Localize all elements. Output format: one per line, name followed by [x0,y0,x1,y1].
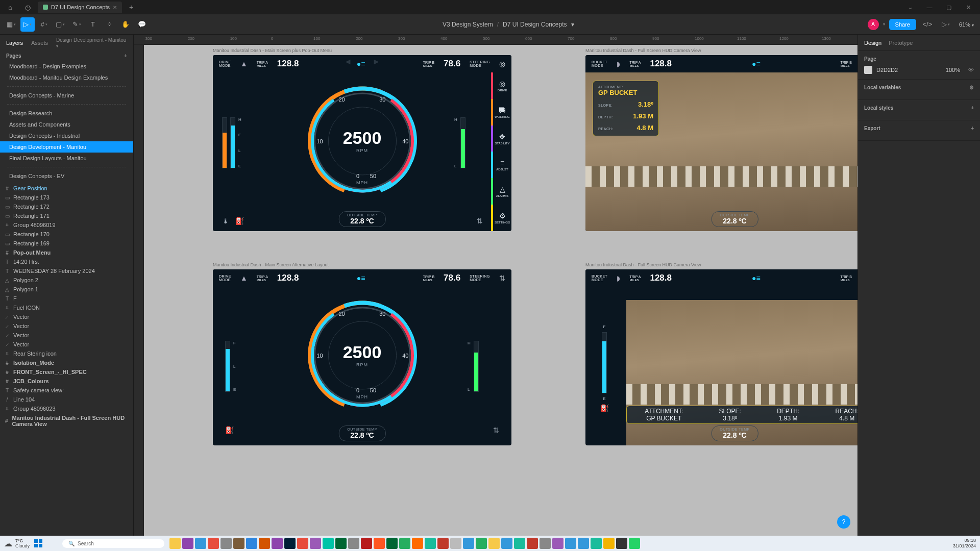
layer-item[interactable]: ▭Rectangle 170 [0,230,133,239]
home-icon[interactable]: ⌂ [3,0,17,14]
frame-hud-camera-1[interactable]: Manitou Industrial Dash - Full Screen HU… [585,55,857,231]
layer-item[interactable]: △Polygon 1 [0,285,133,294]
taskbar-app-icon[interactable] [514,538,525,549]
taskbar-app-icon[interactable] [246,538,257,549]
chevron-down-icon[interactable]: ⌄ [901,1,919,13]
frame-tool[interactable]: #▾ [37,17,51,32]
taskbar-app-icon[interactable] [629,538,640,549]
layer-item[interactable]: ⌗Rear Stering icon [0,349,133,358]
taskbar-app-icon[interactable] [335,538,347,549]
taskbar-app-icon[interactable] [297,538,308,549]
layer-item[interactable]: ▭Rectangle 173 [0,193,133,202]
tab-layers[interactable]: Layers [6,40,23,46]
user-avatar[interactable]: A [868,19,879,30]
layer-item[interactable]: #FRONT_Screen_-_HI_SPEC [0,367,133,377]
taskbar-app-icon[interactable] [565,538,576,549]
canvas-viewport[interactable]: Manitou Industrial Dash - Main Screen pl… [144,45,857,536]
taskbar-app-icon[interactable] [195,538,206,549]
layer-item[interactable]: ⟋Vector [0,312,133,321]
layer-item[interactable]: #Isolation_Mode [0,358,133,367]
variables-settings-icon[interactable]: ⚙ [969,85,974,90]
canvas[interactable]: -300-200-1000100200300400500600700800900… [134,35,857,536]
page-item[interactable]: Moodboard - Manitou Design Examples [0,72,133,83]
frame-title[interactable]: Manitou Industrial Dash - Full Screen HU… [585,48,701,53]
taskbar-app-icon[interactable] [399,538,410,549]
page-item[interactable]: Final Design Layouts - Manitou [0,153,133,164]
taskbar-app-icon[interactable] [272,538,283,549]
start-button[interactable] [32,537,45,550]
taskbar-app-icon[interactable] [386,538,398,549]
side-menu-stability[interactable]: ✥STABILITY [491,126,511,152]
layer-item[interactable]: ⟋Vector [0,321,133,331]
layer-item[interactable]: ⟋Vector [0,340,133,349]
local-styles-header[interactable]: Local styles [864,105,893,111]
layer-item[interactable]: ⌗Group 48096023 [0,404,133,413]
bg-hex[interactable]: D2D2D2 [876,67,898,73]
layer-item[interactable]: ⟋Vector [0,331,133,340]
comment-tool[interactable]: 💬 [135,17,149,32]
taskbar-app-icon[interactable] [412,538,423,549]
layer-item[interactable]: TSafety camera view: [0,386,133,395]
menu-button[interactable]: ▦▾ [4,17,18,32]
page-item[interactable]: Design Concepts - Marine [0,90,133,101]
taskbar-app-icon[interactable] [425,538,436,549]
taskbar-app-icon[interactable] [578,538,589,549]
chevron-down-icon[interactable]: ▾ [883,22,885,27]
taskbar-app-icon[interactable] [374,538,385,549]
frame-title[interactable]: Manitou Industrial Dash - Main Screen Al… [213,262,329,267]
move-tool[interactable]: ▷▾ [20,17,35,32]
document-tab[interactable]: D7 UI Design Concepts ✕ [38,2,122,13]
system-clock[interactable]: 09:18 31/01/2024 [953,538,976,549]
taskbar-app-icon[interactable] [476,538,487,549]
taskbar-app-icon[interactable] [488,538,500,549]
taskbar-app-icon[interactable] [552,538,564,549]
page-item[interactable]: Assets and Components [0,119,133,130]
taskbar-app-icon[interactable] [233,538,244,549]
pen-tool[interactable]: ✎▾ [69,17,84,32]
hand-tool[interactable]: ✋ [118,17,133,32]
layer-item[interactable]: TF [0,294,133,303]
page-item[interactable]: Moodboard - Design Examples [0,61,133,72]
present-button[interactable]: ▷▾ [939,17,953,32]
windows-taskbar[interactable]: ☁ 7°CCloudy 🔍 Search 09:18 31/01/2024 [0,536,980,551]
taskbar-app-icon[interactable] [284,538,296,549]
search-input[interactable]: 🔍 Search [62,539,164,548]
document-breadcrumb[interactable]: V3 Design System / D7 UI Design Concepts… [151,21,866,28]
taskbar-app-icon[interactable] [310,538,321,549]
taskbar-app-icon[interactable] [603,538,615,549]
taskbar-app-icon[interactable] [182,538,193,549]
weather-widget[interactable]: ☁ 7°CCloudy [4,538,30,548]
add-export-button[interactable]: + [971,126,974,131]
side-menu-drive[interactable]: ◎DRIVE [491,72,511,99]
maximize-button[interactable]: ▢ [940,1,958,13]
recent-icon[interactable]: ◷ [20,0,35,14]
page-item[interactable]: Design Concepts - EV [0,170,133,182]
layer-item[interactable]: ⌗Fuel ICON [0,303,133,312]
taskbar-app-icon[interactable] [323,538,334,549]
tab-prototype[interactable]: Prototype [889,40,913,46]
page-path[interactable]: Design Development - Manitou ▾ [56,37,127,48]
text-tool[interactable]: T [86,17,100,32]
tab-assets[interactable]: Assets [31,40,48,46]
layer-item[interactable]: TWEDNESDAY 28 February 2024 [0,266,133,276]
add-page-button[interactable]: + [124,53,127,59]
local-variables-header[interactable]: Local variables [864,85,901,90]
taskbar-app-icon[interactable] [220,538,232,549]
layer-item[interactable]: ⌗Group 48096019 [0,220,133,230]
taskbar-app-icon[interactable] [616,538,627,549]
taskbar-app-icon[interactable] [540,538,551,549]
taskbar-app-icon[interactable] [361,538,372,549]
close-window-button[interactable]: ✕ [960,1,977,13]
layer-item[interactable]: #Gear Position [0,184,133,193]
tab-design[interactable]: Design [864,40,881,46]
side-menu-adjust[interactable]: ≡ADJUST [491,152,511,178]
export-header[interactable]: Export [864,126,880,131]
layer-item[interactable]: #Manitou Industrial Dash - Full Screen H… [0,413,133,429]
page-item[interactable]: Design Development - Manitou [0,141,133,153]
layer-item[interactable]: T14:20 Hrs. [0,257,133,266]
layer-item[interactable]: △Polygon 2 [0,276,133,285]
shape-tool[interactable]: ▢▾ [53,17,67,32]
layer-item[interactable]: ▭Rectangle 172 [0,202,133,211]
taskbar-app-icon[interactable] [437,538,449,549]
taskbar-app-icon[interactable] [169,538,181,549]
